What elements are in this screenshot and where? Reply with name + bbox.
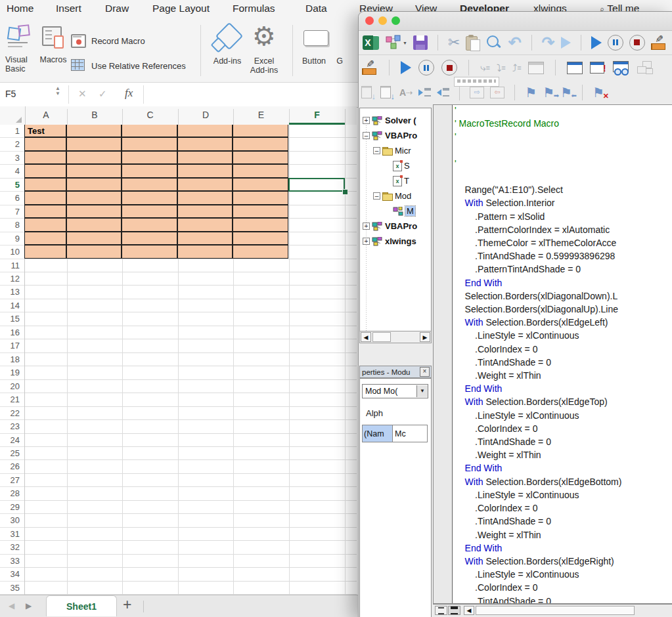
properties-object-dropdown[interactable]: Mod Mo( ▼ [362, 384, 428, 398]
row-header-13[interactable]: 13 [0, 286, 24, 299]
cell-D3[interactable] [177, 151, 233, 164]
row-header-5[interactable]: 5 [0, 179, 24, 192]
ribbon-tab-home[interactable]: Home [7, 3, 34, 14]
prev-sheet-button[interactable]: ◀ [9, 601, 14, 610]
indent-icon[interactable] [418, 88, 431, 96]
tree-expand-box[interactable]: + [363, 223, 370, 230]
bookmark-prev-icon[interactable]: ⚑⬅ [560, 85, 572, 100]
row-header-19[interactable]: 19 [0, 366, 24, 379]
cell-B9[interactable] [66, 232, 122, 245]
interrupt-icon[interactable]: ! [590, 62, 606, 74]
cell-E3[interactable] [233, 151, 288, 164]
project-tree-item-micr[interactable]: –Micr [360, 143, 432, 158]
tree-expand-box[interactable]: – [363, 132, 370, 139]
row-header-26[interactable]: 26 [0, 460, 24, 473]
row-header-3[interactable]: 3 [0, 152, 24, 165]
cell-B2[interactable] [66, 137, 122, 150]
cell-D5[interactable] [177, 178, 233, 191]
vba-editor-window[interactable]: X▼✂↶↷✎ ✎⤷≡⤵≡⤴≡! ↓↓A⇢⇨⇦⚑⚑➡⚑⬅⚑✕ +Solver (–… [358, 11, 672, 617]
property-name-cell[interactable]: (Nam [363, 425, 393, 442]
project-explorer[interactable]: +Solver (–VBAPro–MicrxSxT–ModM+VBAPro+xl… [359, 108, 432, 343]
row-header-30[interactable]: 30 [0, 514, 24, 527]
selected-cell-F5[interactable] [288, 178, 345, 192]
cell-C6[interactable] [122, 191, 177, 204]
cell-B1[interactable] [66, 125, 122, 137]
cell-B3[interactable] [66, 151, 122, 164]
scroll-right-button[interactable]: ▶ [420, 332, 430, 342]
row-header-23[interactable]: 23 [0, 420, 24, 433]
excel-add-ins-button[interactable]: ⚙ Excel Add-ins [248, 25, 280, 79]
view-excel-icon[interactable]: ▼ [385, 35, 407, 51]
cell-C10[interactable] [122, 245, 177, 258]
cell-C8[interactable] [122, 218, 177, 231]
project-tree-item-s[interactable]: xS [360, 158, 432, 173]
row-header-14[interactable]: 14 [0, 299, 24, 312]
scroll-left-button[interactable]: ◀ [464, 606, 474, 615]
tree-expand-box[interactable]: – [373, 192, 380, 200]
formula-cancel-button[interactable]: ✕ [78, 88, 87, 100]
tree-expand-box[interactable]: + [363, 238, 370, 245]
sheet-grid[interactable]: 1234567891011121314151617181920212223242… [0, 125, 357, 595]
name-box-spinner[interactable]: ▲▼ [55, 86, 60, 96]
cell-B5[interactable] [66, 178, 122, 191]
add-ins-button[interactable]: Add-ins [212, 25, 243, 79]
add-sheet-button[interactable]: + [123, 596, 131, 614]
row-header-31[interactable]: 31 [0, 528, 24, 541]
code-window[interactable]: '' MacroTestRecord Macro' ' Range("A1:E1… [433, 104, 672, 604]
macros-button[interactable]: Macros [38, 25, 68, 79]
cell-C1[interactable] [122, 125, 177, 137]
run-icon[interactable] [401, 61, 411, 74]
cut-icon[interactable]: ✂ [448, 34, 460, 51]
stop-icon[interactable] [629, 35, 645, 51]
row-header-4[interactable]: 4 [0, 165, 24, 178]
row-header-6[interactable]: 6 [0, 192, 24, 205]
h-scroll-thumb[interactable] [476, 606, 635, 615]
select-all-corner[interactable] [0, 106, 26, 125]
row-header-9[interactable]: 9 [0, 232, 24, 245]
row-header-7[interactable]: 7 [0, 205, 24, 219]
call-stack-icon[interactable] [637, 61, 653, 74]
cell-D4[interactable] [177, 164, 233, 177]
project-tree-item-m[interactable]: M [360, 203, 432, 219]
cell-B6[interactable] [66, 191, 122, 204]
row-header-11[interactable]: 11 [0, 259, 24, 272]
ribbon-tab-data[interactable]: Data [305, 3, 327, 14]
cell-D8[interactable] [177, 218, 233, 231]
row-header-34[interactable]: 34 [0, 568, 24, 581]
cell-C4[interactable] [122, 164, 177, 177]
ribbon-tab-page-layout[interactable]: Page Layout [152, 3, 210, 14]
save-icon[interactable] [413, 35, 428, 50]
undo-icon[interactable]: ↶ [508, 36, 521, 49]
code-editor-text[interactable]: '' MacroTestRecord Macro' ' Range("A1:E1… [455, 104, 672, 604]
row-header-35[interactable]: 35 [0, 582, 24, 595]
cell-A8[interactable] [24, 218, 66, 231]
cell-E4[interactable] [233, 164, 288, 177]
cell-E2[interactable] [233, 137, 288, 150]
tree-expand-box[interactable]: – [373, 147, 380, 154]
properties-tab-alphabetic[interactable]: Alph [366, 408, 383, 418]
cell-B7[interactable] [66, 205, 122, 218]
ribbon-tab-draw[interactable]: Draw [105, 3, 129, 14]
ribbon-tab-formulas[interactable]: Formulas [233, 3, 275, 14]
row-header-2[interactable]: 2 [0, 138, 24, 151]
cell-A6[interactable] [24, 191, 66, 204]
name-box[interactable]: F5 [5, 89, 16, 99]
cell-C3[interactable] [122, 151, 177, 164]
row-header-8[interactable]: 8 [0, 219, 24, 232]
ribbon-tab-insert[interactable]: Insert [56, 3, 81, 14]
row-header-16[interactable]: 16 [0, 326, 24, 339]
step-into-icon[interactable]: ⤷≡ [480, 62, 489, 74]
comment-block-icon[interactable]: ⇨ [470, 87, 484, 98]
cell-A7[interactable] [24, 205, 66, 218]
project-tree-item-t[interactable]: xT [360, 173, 432, 188]
cell-C9[interactable] [122, 232, 177, 245]
cell-E6[interactable] [233, 191, 288, 204]
cell-B10[interactable] [66, 245, 122, 258]
cell-D7[interactable] [177, 205, 233, 218]
tree-expand-box[interactable]: + [363, 117, 370, 124]
column-header-E[interactable]: E [233, 110, 289, 120]
full-module-view-button[interactable] [448, 606, 460, 615]
property-value-cell[interactable]: Mc [393, 425, 427, 442]
design-mode-icon[interactable]: ✎ [362, 60, 378, 75]
cell-A5[interactable] [24, 178, 66, 191]
